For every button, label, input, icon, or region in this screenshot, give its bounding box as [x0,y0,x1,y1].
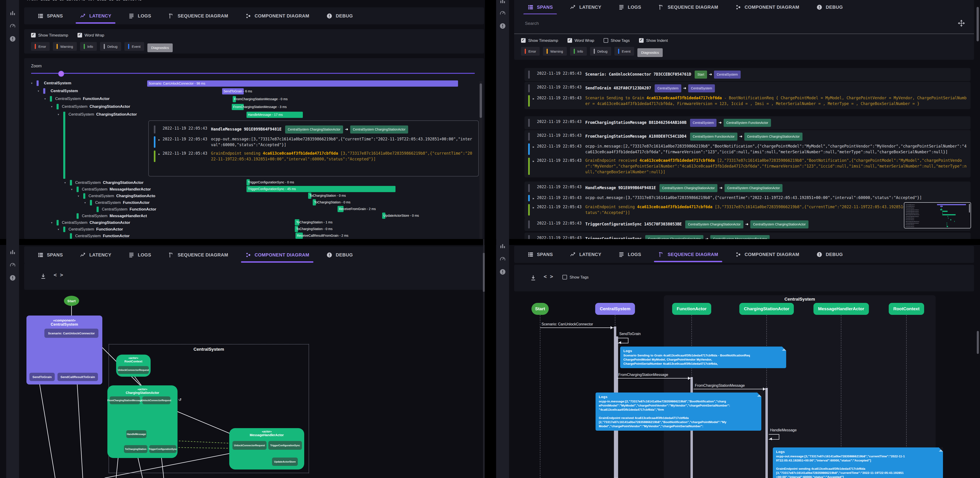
bar-chart-icon[interactable] [499,0,506,5]
actor-pill[interactable]: RootContext [889,303,924,315]
gantt-span-bar[interactable]: TriggerConfigurationSync - 0 ms [247,179,250,186]
code-icon[interactable] [544,273,553,279]
gantt-span-bar[interactable]: Scenario: CanUnlockConnector - 98 ms [147,81,458,87]
tab-sequence-diagram[interactable]: SEQUENCE DIAGRAM [658,4,718,10]
show-tags-checkbox[interactable] [604,38,608,43]
logs-note[interactable]: Logs ocpp-in.message:[2,"73317e87c16141a… [595,392,761,431]
tab-logs[interactable]: LOGS [618,4,641,10]
actor-pill[interactable]: MessageHandlerActor [813,303,869,315]
filter-chip[interactable]: Event [614,47,634,56]
gauge-icon[interactable] [9,262,16,268]
tab-spans[interactable]: SPANS [528,4,553,10]
code-icon[interactable] [54,272,63,278]
filter-chip[interactable]: Diagnostics [637,48,663,57]
gantt-span-bar[interactable]: SendToGrain - 6 ms [222,88,244,94]
log-row[interactable]: ▶ 2022-11-19 22:05:43 ocpp-in.message:[2… [528,143,967,155]
gantt-span-bar[interactable]: ReceiveCallResultFromGrain - 2 ms [296,233,303,239]
message-arrow[interactable]: Scenario: CanUnlockConnector [540,322,614,328]
scrollbar-thumb[interactable] [483,253,485,292]
tab-debug[interactable]: DEBUG [326,252,353,258]
expand-caret-icon[interactable]: ▶ [158,151,162,157]
expand-caret-icon[interactable]: ▶ [158,136,162,143]
log-row[interactable]: ▶ 2022-11-19 22:05:43 ocpp-out.message:[… [154,136,473,148]
alert-icon[interactable] [499,268,506,275]
logs-note[interactable]: Logs Scenario Sending to Grain 4ca613ce0… [620,346,786,368]
gantt-span-bar[interactable]: TriggerConfigurationSync - 45 ms [247,186,396,192]
tab-spans[interactable]: SPANS [38,252,63,258]
gantt-span-bar[interactable]: ToChargingStation - 0 ms [295,226,298,232]
gantt-span-bar[interactable]: ReceiveFromGrain - 2 ms [337,206,344,212]
actor-pill[interactable]: Start [531,303,549,315]
filter-chip[interactable]: Info [570,47,587,56]
bar-chart-icon[interactable] [9,249,16,256]
expand-caret-icon[interactable]: ▶ [533,143,537,150]
message-arrow[interactable]: FromChargingStationMessage [617,373,692,378]
tab-component-diagram[interactable]: COMPONENT DIAGRAM [245,252,309,258]
search-input[interactable] [525,21,939,26]
log-row[interactable]: 2022-11-19 22:05:43 FromChargingStationM… [528,119,967,127]
gantt-span-bar[interactable]: UpdateActorStore - 0 ms [382,213,385,219]
tab-component-diagram[interactable]: COMPONENT DIAGRAM [735,251,799,257]
filter-chip[interactable]: Debug [590,47,611,56]
tab-spans[interactable]: SPANS [528,251,553,257]
bar-chart-icon[interactable] [499,243,506,249]
actor-pill[interactable]: ChargingStationActor [739,303,794,315]
download-icon[interactable] [40,273,47,279]
tab-latency[interactable]: LATENCY [570,4,601,10]
show-indent-checkbox[interactable] [639,38,644,43]
latency-minimap[interactable]: CentralSystemCentralSystemFunctionActorC… [904,202,971,229]
scrollbar-thumb[interactable] [977,7,979,41]
expand-caret-icon[interactable]: ▶ [533,204,537,211]
tab-debug[interactable]: DEBUG [816,4,843,10]
tab-sequence-diagram[interactable]: SEQUENCE DIAGRAM [168,252,228,258]
log-row[interactable]: 2022-11-19 22:05:43 TriggerConfiguration… [528,235,967,239]
gantt-span-bar[interactable]: FromChargingStationMessage - 3 ms [232,104,244,110]
show-timestamp-checkbox[interactable] [521,38,526,43]
actor-pill[interactable]: FunctionActor [672,303,711,315]
log-row[interactable]: 2022-11-19 22:05:43 HandleMessage 9D1E09… [528,184,967,192]
log-row[interactable]: 2022-11-19 22:05:43 TriggerConfiguration… [528,221,967,229]
alert-icon[interactable] [9,275,16,281]
tab-debug[interactable]: DEBUG [816,251,843,257]
log-row[interactable]: ▶ 2022-11-19 22:05:43 GrainEndpoint rece… [528,158,967,175]
actor-pill[interactable]: CentralSystem [595,303,635,315]
log-row[interactable]: ▶ 2022-11-19 22:05:43 GrainEndpoint send… [154,151,473,162]
tab-logs[interactable]: LOGS [128,252,151,258]
expand-caret-icon[interactable]: ▶ [533,95,537,102]
log-row[interactable]: ▶ 2022-11-19 22:05:43 ocpp-out.message:[… [528,195,967,201]
log-row[interactable]: 2022-11-19 22:05:43 SendToGrain 482FA0CF… [528,84,967,92]
download-icon[interactable] [530,275,537,281]
word-wrap-checkbox[interactable] [568,38,572,43]
log-row[interactable]: 2022-11-19 22:05:43 HandleMessage 9D1E09… [154,125,473,133]
expand-caret-icon[interactable]: ▶ [533,158,537,164]
gantt-span-bar[interactable]: FromChargingStationMessage - 0 ms [233,96,236,102]
show-tags-checkbox[interactable] [562,275,567,279]
minimap-scrollbar[interactable] [969,204,970,213]
gantt-span-bar[interactable]: ToChargingStation - 0 ms [313,199,316,205]
logs-note[interactable]: Logs ocpp-out.message:[3,"73317e87c16141… [773,448,943,478]
gantt-span-bar[interactable]: ToChargingStation - 0 ms [308,192,311,199]
message-arrow[interactable]: SendToGrain [618,332,632,346]
filter-chip[interactable]: Error [521,47,540,56]
log-row[interactable]: ▶ 2022-11-19 22:05:43 Scenario Sending t… [528,95,967,106]
gauge-icon[interactable] [499,256,506,262]
gantt-span-bar[interactable]: HandleMessage - 17 ms [247,112,303,118]
scrollbar-thumb[interactable] [977,331,979,354]
log-row[interactable]: 2022-11-19 22:05:43 Scenario: CanUnlockC… [528,71,967,79]
triggerconfigurationsync-node: TriggerConfigurationSync [149,445,177,453]
message-arrow[interactable]: FromChargingStationMessage [694,383,767,389]
filter-chip[interactable]: Warning [543,47,566,56]
expand-caret-icon[interactable]: ▶ [533,195,537,201]
message-arrow[interactable]: HandleMessage [769,428,783,442]
move-icon[interactable] [958,20,965,27]
log-row[interactable]: 2022-11-19 22:05:43 FromChargingStationM… [528,133,967,141]
tab-sequence-diagram[interactable]: SEQUENCE DIAGRAM [658,251,718,257]
log-row[interactable]: ▶ 2022-11-19 22:05:43 GrainEndpoint send… [528,204,967,216]
gantt-span-bar[interactable]: ToChargingStation - 1 ms [295,219,299,226]
tab-logs[interactable]: LOGS [618,251,641,257]
gauge-icon[interactable] [499,10,506,17]
tab-component-diagram[interactable]: COMPONENT DIAGRAM [735,4,799,10]
tab-latency[interactable]: LATENCY [80,252,111,258]
alert-icon[interactable] [499,22,506,29]
tab-latency[interactable]: LATENCY [570,251,601,257]
